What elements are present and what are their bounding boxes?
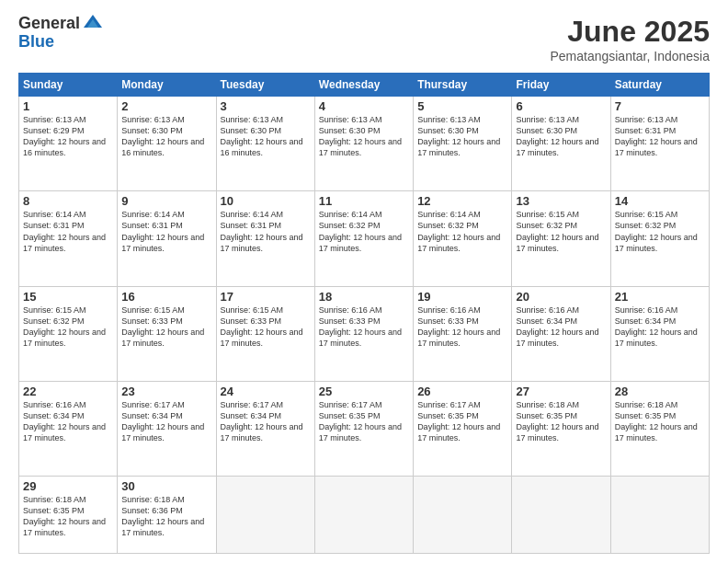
header-tuesday: Tuesday	[216, 74, 314, 97]
day-number: 5	[417, 99, 507, 113]
day-number: 9	[121, 194, 211, 208]
header-sunday: Sunday	[19, 74, 118, 97]
logo-icon	[82, 11, 104, 33]
day-info: Sunrise: 6:15 AMSunset: 6:33 PMDaylight:…	[121, 305, 204, 348]
table-row: 4 Sunrise: 6:13 AMSunset: 6:30 PMDayligh…	[314, 97, 413, 191]
table-row: 14 Sunrise: 6:15 AMSunset: 6:32 PMDaylig…	[610, 191, 709, 286]
table-row: 13 Sunrise: 6:15 AMSunset: 6:32 PMDaylig…	[512, 191, 610, 286]
table-row	[414, 477, 512, 554]
day-number: 27	[516, 385, 606, 398]
table-row: 12 Sunrise: 6:14 AMSunset: 6:32 PMDaylig…	[414, 191, 512, 286]
calendar-week-row: 15 Sunrise: 6:15 AMSunset: 6:32 PMDaylig…	[19, 286, 710, 381]
day-info: Sunrise: 6:16 AMSunset: 6:34 PMDaylight:…	[615, 305, 698, 348]
day-info: Sunrise: 6:17 AMSunset: 6:34 PMDaylight:…	[121, 400, 204, 442]
logo-blue-text: Blue	[18, 33, 80, 52]
table-row: 16 Sunrise: 6:15 AMSunset: 6:33 PMDaylig…	[118, 286, 216, 381]
calendar-week-row: 8 Sunrise: 6:14 AMSunset: 6:31 PMDayligh…	[19, 191, 710, 286]
table-row: 27 Sunrise: 6:18 AMSunset: 6:35 PMDaylig…	[512, 381, 610, 476]
table-row: 11 Sunrise: 6:14 AMSunset: 6:32 PMDaylig…	[314, 191, 413, 286]
day-number: 29	[23, 479, 113, 493]
table-row: 20 Sunrise: 6:16 AMSunset: 6:34 PMDaylig…	[512, 286, 610, 381]
day-info: Sunrise: 6:14 AMSunset: 6:32 PMDaylight:…	[417, 210, 500, 252]
table-row: 17 Sunrise: 6:15 AMSunset: 6:33 PMDaylig…	[216, 286, 314, 381]
day-info: Sunrise: 6:13 AMSunset: 6:30 PMDaylight:…	[516, 115, 598, 157]
header-monday: Monday	[118, 74, 216, 97]
calendar-week-row: 1 Sunrise: 6:13 AMSunset: 6:29 PMDayligh…	[19, 97, 710, 191]
day-info: Sunrise: 6:15 AMSunset: 6:32 PMDaylight:…	[516, 210, 598, 252]
header-wednesday: Wednesday	[314, 74, 413, 97]
day-info: Sunrise: 6:15 AMSunset: 6:33 PMDaylight:…	[221, 305, 303, 348]
day-number: 10	[221, 194, 311, 208]
day-number: 1	[23, 99, 113, 113]
table-row: 28 Sunrise: 6:18 AMSunset: 6:35 PMDaylig…	[610, 381, 709, 476]
day-info: Sunrise: 6:16 AMSunset: 6:34 PMDaylight:…	[516, 305, 598, 348]
day-info: Sunrise: 6:17 AMSunset: 6:35 PMDaylight:…	[417, 400, 500, 442]
day-number: 15	[23, 290, 113, 304]
day-info: Sunrise: 6:14 AMSunset: 6:31 PMDaylight:…	[221, 210, 303, 252]
day-number: 26	[417, 385, 507, 398]
day-info: Sunrise: 6:13 AMSunset: 6:30 PMDaylight:…	[417, 115, 500, 157]
day-info: Sunrise: 6:13 AMSunset: 6:31 PMDaylight:…	[615, 115, 698, 157]
table-row: 5 Sunrise: 6:13 AMSunset: 6:30 PMDayligh…	[414, 97, 512, 191]
day-info: Sunrise: 6:18 AMSunset: 6:35 PMDaylight:…	[615, 400, 698, 442]
header-thursday: Thursday	[414, 74, 512, 97]
day-number: 2	[121, 99, 211, 113]
table-row: 2 Sunrise: 6:13 AMSunset: 6:30 PMDayligh…	[118, 97, 216, 191]
title-block: June 2025 Pematangsiantar, Indonesia	[550, 15, 710, 63]
day-number: 21	[615, 290, 705, 304]
calendar-table: Sunday Monday Tuesday Wednesday Thursday…	[18, 73, 710, 554]
calendar-week-row: 29 Sunrise: 6:18 AMSunset: 6:35 PMDaylig…	[19, 477, 710, 554]
day-info: Sunrise: 6:14 AMSunset: 6:31 PMDaylight:…	[121, 210, 204, 252]
table-row: 10 Sunrise: 6:14 AMSunset: 6:31 PMDaylig…	[216, 191, 314, 286]
calendar-header-row: Sunday Monday Tuesday Wednesday Thursday…	[19, 74, 710, 97]
day-number: 14	[615, 194, 705, 208]
day-info: Sunrise: 6:13 AMSunset: 6:30 PMDaylight:…	[221, 115, 303, 157]
day-info: Sunrise: 6:14 AMSunset: 6:31 PMDaylight:…	[23, 210, 106, 252]
logo-general-text: General	[18, 15, 80, 33]
day-number: 20	[516, 290, 606, 304]
day-info: Sunrise: 6:18 AMSunset: 6:35 PMDaylight:…	[516, 400, 598, 442]
location: Pematangsiantar, Indonesia	[550, 49, 710, 63]
day-number: 12	[417, 194, 507, 208]
table-row: 29 Sunrise: 6:18 AMSunset: 6:35 PMDaylig…	[19, 477, 118, 554]
day-number: 17	[221, 290, 311, 304]
table-row	[314, 477, 413, 554]
day-info: Sunrise: 6:16 AMSunset: 6:34 PMDaylight:…	[23, 400, 106, 442]
day-info: Sunrise: 6:16 AMSunset: 6:33 PMDaylight:…	[319, 305, 402, 348]
day-number: 13	[516, 194, 606, 208]
day-number: 25	[319, 385, 409, 398]
day-info: Sunrise: 6:17 AMSunset: 6:35 PMDaylight:…	[319, 400, 402, 442]
table-row	[216, 477, 314, 554]
day-info: Sunrise: 6:13 AMSunset: 6:29 PMDaylight:…	[23, 115, 106, 157]
table-row	[512, 477, 610, 554]
table-row: 25 Sunrise: 6:17 AMSunset: 6:35 PMDaylig…	[314, 381, 413, 476]
day-number: 6	[516, 99, 606, 113]
calendar-week-row: 22 Sunrise: 6:16 AMSunset: 6:34 PMDaylig…	[19, 381, 710, 476]
day-number: 16	[121, 290, 211, 304]
day-number: 28	[615, 385, 705, 398]
day-info: Sunrise: 6:17 AMSunset: 6:34 PMDaylight:…	[221, 400, 303, 442]
table-row: 23 Sunrise: 6:17 AMSunset: 6:34 PMDaylig…	[118, 381, 216, 476]
table-row: 9 Sunrise: 6:14 AMSunset: 6:31 PMDayligh…	[118, 191, 216, 286]
day-number: 11	[319, 194, 409, 208]
day-number: 30	[121, 479, 211, 493]
table-row: 7 Sunrise: 6:13 AMSunset: 6:31 PMDayligh…	[610, 97, 709, 191]
day-info: Sunrise: 6:18 AMSunset: 6:35 PMDaylight:…	[23, 495, 106, 537]
table-row	[610, 477, 709, 554]
day-number: 8	[23, 194, 113, 208]
table-row: 21 Sunrise: 6:16 AMSunset: 6:34 PMDaylig…	[610, 286, 709, 381]
day-number: 24	[221, 385, 311, 398]
table-row: 22 Sunrise: 6:16 AMSunset: 6:34 PMDaylig…	[19, 381, 118, 476]
page: General Blue June 2025 Pematangsiantar, …	[0, 0, 728, 563]
logo: General Blue	[18, 15, 104, 52]
day-number: 22	[23, 385, 113, 398]
table-row: 26 Sunrise: 6:17 AMSunset: 6:35 PMDaylig…	[414, 381, 512, 476]
header: General Blue June 2025 Pematangsiantar, …	[18, 15, 710, 63]
day-number: 23	[121, 385, 211, 398]
day-number: 7	[615, 99, 705, 113]
table-row: 1 Sunrise: 6:13 AMSunset: 6:29 PMDayligh…	[19, 97, 118, 191]
table-row: 24 Sunrise: 6:17 AMSunset: 6:34 PMDaylig…	[216, 381, 314, 476]
table-row: 30 Sunrise: 6:18 AMSunset: 6:36 PMDaylig…	[118, 477, 216, 554]
day-info: Sunrise: 6:13 AMSunset: 6:30 PMDaylight:…	[319, 115, 402, 157]
day-info: Sunrise: 6:14 AMSunset: 6:32 PMDaylight:…	[319, 210, 402, 252]
